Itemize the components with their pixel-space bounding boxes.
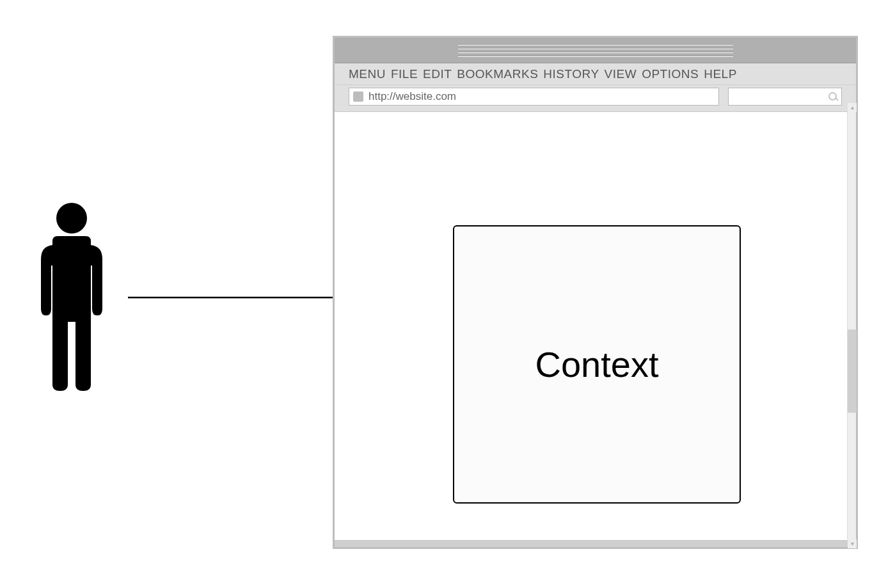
scroll-up-icon[interactable]: ▴ [848, 103, 857, 112]
menu-item-history[interactable]: HISTORY [543, 67, 599, 81]
user-icon [33, 202, 110, 393]
menu-item-bookmarks[interactable]: BOOKMARKS [457, 67, 538, 81]
context-region: Context [453, 225, 741, 504]
menu-item-menu[interactable]: MENU [349, 67, 386, 81]
menu-item-edit[interactable]: EDIT [423, 67, 452, 81]
toolbar: http://website.com [335, 85, 856, 112]
favicon-icon [353, 91, 363, 102]
menu-item-help[interactable]: HELP [704, 67, 737, 81]
menu-item-view[interactable]: VIEW [605, 67, 637, 81]
scrollbar-thumb[interactable] [848, 330, 857, 413]
address-bar[interactable]: http://website.com [349, 88, 719, 106]
menu-item-file[interactable]: FILE [391, 67, 418, 81]
search-icon [828, 92, 837, 101]
browser-viewport: Context [335, 112, 856, 541]
window-titlebar[interactable] [335, 38, 856, 63]
address-url: http://website.com [368, 90, 456, 103]
browser-window: MENU FILE EDIT BOOKMARKS HISTORY VIEW OP… [333, 36, 857, 548]
search-input[interactable] [728, 88, 842, 106]
menu-bar: MENU FILE EDIT BOOKMARKS HISTORY VIEW OP… [335, 63, 856, 85]
svg-point-0 [56, 203, 87, 234]
scroll-down-icon[interactable]: ▾ [848, 539, 857, 548]
context-label: Context [535, 344, 659, 385]
window-bottom-border [335, 541, 856, 547]
vertical-scrollbar[interactable]: ▴ ▾ [847, 112, 856, 539]
titlebar-grip-icon [458, 44, 733, 57]
menu-item-options[interactable]: OPTIONS [642, 67, 699, 81]
